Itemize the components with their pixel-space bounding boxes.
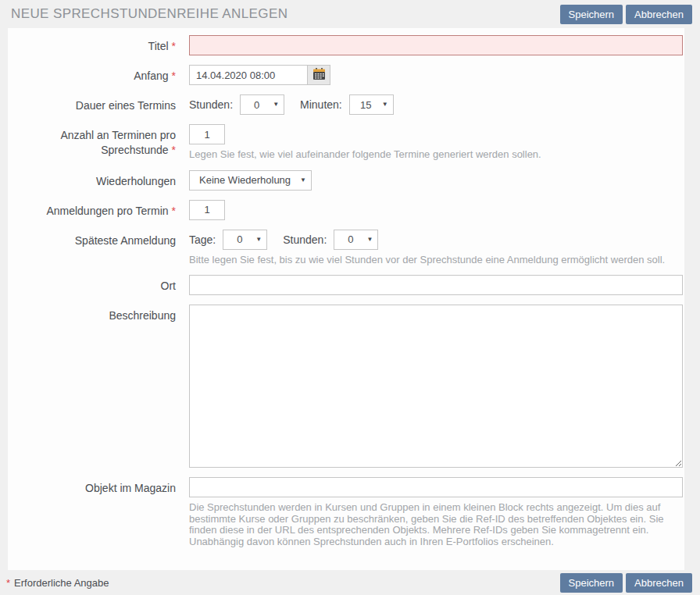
latest-registration-days-select[interactable]: 0▼ (223, 230, 267, 250)
chevron-down-icon: ▼ (273, 102, 284, 108)
anmeldungen-label: Anmeldungen pro Termin* (8, 200, 189, 220)
ort-label: Ort (8, 275, 189, 295)
form-row-anzahl: Anzahl an Terminen pro Sprechstunde* Leg… (8, 124, 684, 161)
location-input[interactable] (189, 275, 683, 295)
titel-label: Titel* (8, 35, 189, 55)
objekt-help-text: Die Sprechstunden werden in Kursen und G… (189, 502, 683, 547)
form-row-beschreibung: Beschreibung (8, 305, 684, 468)
required-asterisk: * (172, 205, 176, 217)
repetition-select[interactable]: Keine Wiederholung▼ (189, 170, 312, 191)
required-asterisk: * (172, 40, 176, 52)
required-asterisk: * (6, 577, 10, 589)
spaeteste-hours-label: Stunden: (283, 233, 327, 246)
dauer-hours-label: Stunden: (189, 98, 233, 111)
chevron-down-icon: ▼ (255, 237, 266, 243)
beschreibung-label: Beschreibung (8, 305, 189, 468)
wiederholungen-label: Wiederholungen (8, 170, 189, 191)
appointments-count-input[interactable] (189, 124, 225, 144)
duration-minutes-select[interactable]: 15▼ (349, 94, 394, 115)
chevron-down-icon: ▼ (382, 102, 393, 108)
duration-hours-select[interactable]: 0▼ (240, 94, 284, 115)
dauer-label: Dauer eines Termins (8, 94, 189, 115)
anzahl-help-text: Legen Sie fest, wie viel aufeinander fol… (189, 149, 683, 161)
anfang-date-input[interactable] (189, 65, 308, 85)
form-row-anmeldungen: Anmeldungen pro Termin* (8, 200, 684, 220)
form-row-objekt: Objekt im Magazin Die Sprechstunden werd… (8, 477, 684, 547)
titel-input[interactable] (189, 35, 683, 55)
form-row-wiederholungen: Wiederholungen Keine Wiederholung▼ (8, 170, 684, 191)
page-footer: *Erforderliche Angabe Speichern Abbreche… (0, 570, 700, 595)
cancel-button-bottom[interactable]: Abbrechen (626, 573, 692, 593)
registrations-per-appointment-input[interactable] (189, 200, 225, 220)
chevron-down-icon: ▼ (366, 237, 377, 243)
description-textarea[interactable] (189, 305, 683, 468)
chevron-down-icon: ▼ (300, 177, 311, 183)
repository-object-input[interactable] (189, 477, 683, 497)
form-row-ort: Ort (8, 275, 684, 295)
save-button-bottom[interactable]: Speichern (560, 573, 623, 593)
form-row-titel: Titel* (8, 35, 684, 55)
anzahl-label: Anzahl an Terminen pro Sprechstunde* (8, 124, 189, 161)
calendar-icon (312, 68, 326, 83)
cancel-button[interactable]: Abbrechen (626, 5, 692, 24)
latest-registration-hours-select[interactable]: 0▼ (334, 230, 378, 250)
spaeteste-days-label: Tage: (189, 233, 216, 246)
dauer-minutes-label: Minuten: (300, 98, 342, 111)
page-title: NEUE SPRECHSTUNDENREIHE ANLEGEN (11, 6, 557, 22)
required-asterisk: * (172, 144, 176, 156)
anfang-label: Anfang* (8, 65, 189, 85)
form-row-anfang: Anfang* (8, 65, 684, 85)
spaeteste-help-text: Bitte legen Sie fest, bis zu wie viel St… (189, 255, 683, 266)
required-field-note: *Erforderliche Angabe (6, 577, 557, 589)
objekt-label: Objekt im Magazin (8, 477, 189, 547)
calendar-button[interactable] (307, 65, 330, 85)
page-header: NEUE SPRECHSTUNDENREIHE ANLEGEN Speicher… (0, 0, 700, 28)
form-row-dauer: Dauer eines Termins Stunden: 0▼ Minuten:… (8, 94, 684, 115)
required-asterisk: * (172, 69, 176, 82)
save-button[interactable]: Speichern (560, 5, 623, 24)
spaeteste-label: Späteste Anmeldung (8, 230, 189, 266)
form-row-spaeteste: Späteste Anmeldung Tage: 0▼ Stunden: 0▼ … (8, 230, 684, 266)
form-panel: Titel* Anfang* Dauer eines Termins Stund… (8, 28, 684, 570)
